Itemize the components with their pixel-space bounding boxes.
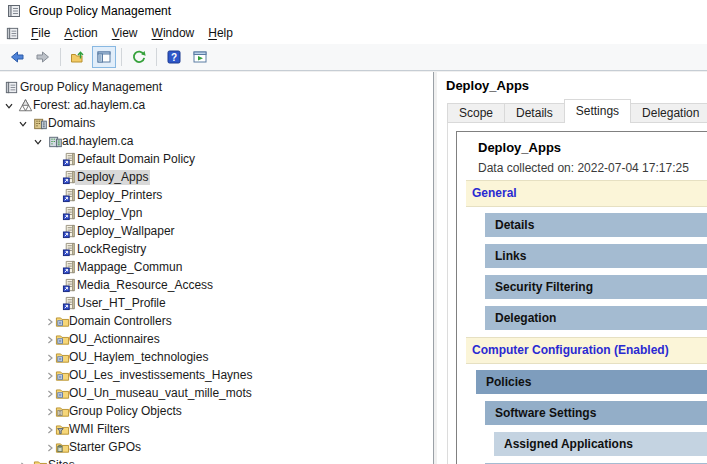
tree-item-default-domain-policy[interactable]: Default Domain Policy	[0, 151, 433, 169]
tree-item-mappage-commun[interactable]: Mappage_Commun	[0, 259, 433, 277]
report-band-policies[interactable]: Policies	[476, 370, 707, 394]
chevron-down-icon[interactable]	[18, 119, 28, 129]
chevron-down-icon[interactable]	[4, 101, 14, 111]
report-band-assigned-applications[interactable]: Assigned Applications	[494, 432, 707, 456]
tab-delegation[interactable]: Delegation	[630, 103, 707, 123]
chevron-right-icon[interactable]	[45, 335, 55, 345]
tree-item-deploy-wallpaper[interactable]: Deploy_Wallpaper	[0, 223, 433, 241]
report-section-computer-configuration-enabled[interactable]: Computer Configuration (Enabled)	[466, 337, 707, 364]
help-icon: ?	[166, 49, 182, 65]
tree-item-starter-gpos[interactable]: Starter GPOs	[0, 439, 433, 457]
report-section-general[interactable]: General	[466, 180, 707, 207]
toolbar-separator	[156, 48, 157, 66]
tree-item-group-policy-management[interactable]: Group Policy Management	[0, 79, 433, 97]
tree-item-label: Default Domain Policy	[75, 152, 197, 167]
report-collected-timestamp: Data collected on: 2022-07-04 17:17:25	[478, 161, 707, 175]
toolbar-separator	[60, 48, 61, 66]
tree-item-forest-ad-haylem-ca[interactable]: Forest: ad.haylem.ca	[0, 97, 433, 115]
menu-file[interactable]: File	[24, 24, 57, 42]
chevron-right-icon[interactable]	[45, 425, 55, 435]
menu-action[interactable]: Action	[57, 24, 104, 42]
new-window-button[interactable]	[188, 46, 212, 68]
tree-item-deploy-apps[interactable]: Deploy_Apps	[0, 169, 433, 187]
tree-item-label: Mappage_Commun	[75, 260, 184, 275]
tree-item-label: Deploy_Apps	[75, 170, 150, 185]
tree-item-label: Forest: ad.haylem.ca	[31, 98, 147, 113]
menu-items: FileActionViewWindowHelp	[24, 26, 240, 40]
console-tree-pane: Group Policy ManagementForest: ad.haylem…	[0, 72, 434, 464]
toolbar-separator	[121, 48, 122, 66]
tree-item-wmi-filters[interactable]: WMI Filters	[0, 421, 433, 439]
report-band-security-filtering[interactable]: Security Filtering	[485, 275, 707, 299]
console-workspace: Group Policy ManagementForest: ad.haylem…	[0, 71, 707, 464]
tree-item-label: Group Policy Management	[18, 80, 164, 95]
chevron-right-icon[interactable]	[45, 407, 55, 417]
report-band-delegation[interactable]: Delegation	[485, 306, 707, 330]
report-band-software-settings[interactable]: Software Settings	[485, 401, 707, 425]
tree-item-ou-actionnaires[interactable]: OU_Actionnaires	[0, 331, 433, 349]
tab-settings[interactable]: Settings	[564, 99, 631, 123]
tab-strip: ScopeDetailsSettingsDelegation	[447, 99, 707, 123]
tree-item-label: Sites	[46, 458, 77, 464]
show-console-tree-button[interactable]	[92, 46, 116, 68]
details-pane: Deploy_Apps ScopeDetailsSettingsDelegati…	[437, 72, 707, 464]
menu-window[interactable]: Window	[145, 24, 202, 42]
up-one-level-button[interactable]	[66, 46, 90, 68]
title-bar: Group Policy Management	[0, 0, 707, 22]
tree-item-media-resource-access[interactable]: Media_Resource_Access	[0, 277, 433, 295]
chevron-right-icon[interactable]	[45, 443, 55, 453]
back-button[interactable]	[5, 46, 29, 68]
tree-item-ou-un-museau-vaut-mille-mots[interactable]: OU_Un_museau_vaut_mille_mots	[0, 385, 433, 403]
forward-button[interactable]	[31, 46, 55, 68]
tree-item-label: User_HT_Profile	[75, 296, 168, 311]
toolbar: ?	[0, 44, 707, 71]
tree-item-user-ht-profile[interactable]: User_HT_Profile	[0, 295, 433, 313]
report-gpo-name: Deploy_Apps	[478, 140, 707, 155]
tree-item-deploy-vpn[interactable]: Deploy_Vpn	[0, 205, 433, 223]
tree-item-label: Media_Resource_Access	[75, 278, 215, 293]
settings-tab-page: Deploy_Apps Data collected on: 2022-07-0…	[447, 122, 707, 464]
tree-item-group-policy-objects[interactable]: Group Policy Objects	[0, 403, 433, 421]
tree-item-domains[interactable]: Domains	[0, 115, 433, 133]
report-band-links[interactable]: Links	[485, 244, 707, 268]
tab-details[interactable]: Details	[504, 103, 565, 123]
tree-item-deploy-printers[interactable]: Deploy_Printers	[0, 187, 433, 205]
tab-scope[interactable]: Scope	[447, 103, 505, 123]
tree-item-label: Deploy_Wallpaper	[75, 224, 177, 239]
chevron-right-icon[interactable]	[45, 353, 55, 363]
menu-view[interactable]: View	[105, 24, 145, 42]
gpmc-app-icon	[6, 3, 22, 19]
tree-item-sites[interactable]: Sites	[0, 457, 433, 464]
tree-item-label: Domains	[46, 116, 97, 131]
report-band-details[interactable]: Details	[485, 213, 707, 237]
chevron-down-icon[interactable]	[33, 137, 43, 147]
refresh-icon	[131, 49, 147, 65]
up-one-level-icon	[70, 49, 86, 65]
gpo-title: Deploy_Apps	[446, 78, 529, 93]
help-button[interactable]: ?	[162, 46, 186, 68]
tree-item-ad-haylem-ca[interactable]: ad.haylem.ca	[0, 133, 433, 151]
scope-tree: Group Policy ManagementForest: ad.haylem…	[0, 72, 433, 464]
chevron-right-icon[interactable]	[45, 389, 55, 399]
tree-item-label: Domain Controllers	[67, 314, 174, 329]
window-title: Group Policy Management	[29, 4, 171, 18]
report-header: Deploy_Apps Data collected on: 2022-07-0…	[457, 132, 707, 175]
tree-item-lockregistry[interactable]: LockRegistry	[0, 241, 433, 259]
menu-bar: FileActionViewWindowHelp	[0, 22, 707, 44]
tree-item-label: WMI Filters	[67, 422, 132, 437]
settings-report-frame[interactable]: Deploy_Apps Data collected on: 2022-07-0…	[456, 131, 707, 464]
tree-item-label: OU_Haylem_technologies	[67, 350, 210, 365]
tree-item-label: Group Policy Objects	[67, 404, 184, 419]
tree-item-ou-les-investissements-haynes[interactable]: OU_Les_investissements_Haynes	[0, 367, 433, 385]
chevron-right-icon[interactable]	[45, 317, 55, 327]
tree-item-ou-haylem-technologies[interactable]: OU_Haylem_technologies	[0, 349, 433, 367]
tree-item-label: OU_Actionnaires	[67, 332, 162, 347]
refresh-button[interactable]	[127, 46, 151, 68]
tree-item-label: Deploy_Vpn	[75, 206, 144, 221]
gpmc-app-icon-small	[5, 26, 20, 41]
chevron-right-icon[interactable]	[45, 371, 55, 381]
tree-item-domain-controllers[interactable]: Domain Controllers	[0, 313, 433, 331]
menu-help[interactable]: Help	[201, 24, 240, 42]
svg-text:?: ?	[171, 52, 177, 63]
report-sections: GeneralDetailsLinksSecurity FilteringDel…	[466, 180, 707, 464]
